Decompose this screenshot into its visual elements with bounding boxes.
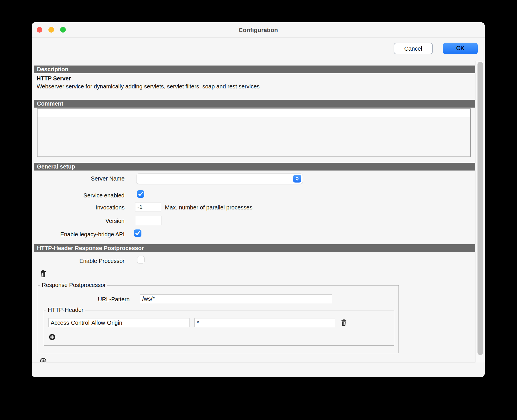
chevron-up-down-icon [293, 175, 301, 183]
server-name-select[interactable] [136, 173, 303, 184]
configuration-window: Configuration Cancel OK Description HTTP… [32, 22, 485, 377]
window-title: Configuration [32, 22, 485, 37]
version-input[interactable] [135, 216, 161, 225]
service-enabled-label: Service enabled [38, 192, 125, 199]
url-pattern-input[interactable] [140, 294, 332, 303]
form-scroll-area: Description HTTP Server Webserver servic… [32, 61, 475, 362]
url-pattern-label: URL-Pattern [44, 296, 130, 303]
section-header-comment: Comment [34, 100, 475, 108]
title-bar: Configuration [32, 22, 485, 37]
vertical-scrollbar[interactable] [475, 61, 485, 362]
invocations-hint: Max. number of parallel processes [165, 204, 252, 211]
add-postprocessor-icon[interactable] [40, 358, 47, 362]
enable-processor-checkbox[interactable] [137, 256, 145, 264]
server-name-label: Server Name [38, 175, 125, 182]
legacy-bridge-label: Enable legacy-bridge API [38, 231, 125, 238]
service-enabled-checkbox[interactable] [137, 190, 144, 198]
delete-header-icon[interactable] [341, 319, 347, 327]
status-bar: CI-HUB qa censhare 150M/4096M [32, 363, 485, 377]
cancel-button[interactable]: Cancel [394, 43, 433, 54]
version-label: Version [38, 218, 125, 224]
header-name-input[interactable] [48, 318, 190, 327]
add-header-icon[interactable] [49, 334, 55, 341]
delete-postprocessor-icon[interactable] [40, 270, 47, 279]
http-header-legend: HTTP-Header [46, 307, 85, 313]
comment-textarea[interactable] [37, 108, 471, 157]
enable-processor-label: Enable Processor [38, 258, 125, 264]
invocations-input[interactable] [135, 203, 161, 211]
response-postprocessor-legend: Response Postprocessor [40, 282, 107, 288]
http-header-group: HTTP-Header [44, 310, 394, 346]
service-description: Webserver service for dynamically adding… [37, 83, 260, 90]
legacy-bridge-checkbox[interactable] [134, 229, 141, 237]
ok-button[interactable]: OK [443, 43, 478, 54]
section-header-general-setup: General setup [34, 163, 475, 171]
section-header-postprocessor: HTTP-Header Response Postprocessor [34, 244, 475, 252]
service-title: HTTP Server [37, 75, 71, 82]
invocations-label: Invocations [38, 204, 125, 211]
scrollbar-thumb[interactable] [477, 62, 483, 355]
response-postprocessor-group: Response Postprocessor URL-Pattern HTTP-… [38, 285, 399, 353]
section-header-description: Description [34, 66, 475, 73]
header-value-input[interactable] [194, 318, 335, 327]
